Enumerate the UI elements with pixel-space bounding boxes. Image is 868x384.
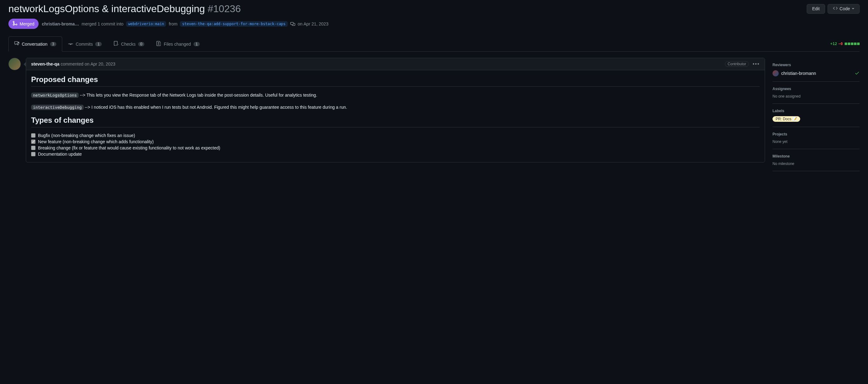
sidebar-heading-labels[interactable]: Labels [773,109,860,113]
comment-date-link[interactable]: on Apr 20, 2023 [85,62,116,67]
inline-code-2: interactiveDebugging [31,105,84,110]
diffstat-deletions: −0 [838,42,843,46]
sidebar-projects-body: None yet [773,139,860,144]
task-item: New feature (non-breaking change which a… [31,139,760,145]
code-button-label: Code [840,6,850,11]
from-text: from [168,22,177,26]
comment-author-link[interactable]: steven-the-qa [31,62,59,67]
git-commit-icon [68,41,73,47]
edit-button-label: Edit [812,6,819,11]
reviewer-name-link[interactable]: christian-bromann [781,71,816,76]
commented-text: commented [61,62,83,67]
tab-conversation-label: Conversation [22,42,48,46]
code-icon [833,6,838,12]
avatar[interactable] [8,58,21,70]
base-branch[interactable]: webdriverio:main [126,21,166,27]
inline-code-1: networkLogsOptions [31,93,79,98]
check-icon [855,71,860,76]
task-checkbox-breaking[interactable] [31,146,35,150]
tab-files-count: 1 [193,42,200,46]
heading-types-of-changes: Types of changes [31,116,760,127]
edit-button[interactable]: Edit [807,4,825,14]
kebab-menu-icon[interactable]: ••• [752,61,760,67]
code-button[interactable]: Code [828,4,860,14]
sidebar-assignees-body: No one assigned [773,94,860,99]
copy-icon[interactable] [290,21,295,27]
git-merge-icon [13,21,18,27]
caret-down-icon [852,8,854,9]
pr-number: #10236 [208,3,241,14]
task-checkbox-docs[interactable] [31,152,35,156]
pr-title: networkLogsOptions & interactiveDebuggin… [8,2,802,15]
state-badge: Merged [8,19,38,29]
checklist-icon [114,41,119,47]
task-item: Bugfix (non-breaking change which fixes … [31,132,760,139]
state-label: Merged [20,22,34,26]
pr-title-text: networkLogsOptions & interactiveDebuggin… [8,3,205,14]
contributor-badge: Contributor [725,61,749,67]
diffstat-additions: +12 [830,42,837,46]
sidebar-milestone-body: No milestone [773,162,860,166]
tab-commits-count: 1 [95,42,102,46]
heading-proposed-changes: Proposed changes [31,75,760,87]
tab-checks-count: 0 [138,42,145,46]
task-label-bugfix: Bugfix (non-breaking change which fixes … [38,133,135,138]
diff-block [854,42,857,45]
file-diff-icon [156,41,161,47]
diffstat: +12 −0 [830,42,860,46]
sidebar-heading-projects[interactable]: Projects [773,132,860,136]
task-checkbox-bugfix[interactable] [31,133,35,138]
merge-author-link[interactable]: christian-broma… [42,22,79,26]
reviewer-avatar[interactable] [773,70,779,76]
tab-conversation-count: 3 [50,42,57,46]
sidebar-heading-milestone[interactable]: Milestone [773,154,860,159]
tab-checks-label: Checks [121,42,136,46]
tab-conversation[interactable]: Conversation 3 [8,36,62,51]
tab-commits[interactable]: Commits 1 [62,36,107,51]
merge-text-1: merged 1 commit into [82,22,124,26]
diff-block [851,42,854,45]
tab-commits-label: Commits [75,42,93,46]
paragraph-2: interactiveDebugging --> I noticed iOS h… [31,104,760,111]
comment-box: steven-the-qa commented on Apr 20, 2023 … [26,58,765,163]
diff-block [857,42,860,45]
diff-block [848,42,850,45]
head-branch[interactable]: steven-the-qa:add-support-for-more-bstac… [180,21,287,27]
task-item: Breaking change (fix or feature that wou… [31,145,760,151]
task-label-docs: Documentation update [38,151,82,156]
paragraph-2-text: --> I noticed iOS has this enabled when … [84,105,347,110]
task-label-breaking: Breaking change (fix or feature that wou… [38,145,220,150]
tab-files-changed[interactable]: Files changed 1 [150,36,206,51]
diff-block [845,42,847,45]
tab-files-label: Files changed [164,42,191,46]
label-pill[interactable]: PR: Docs 📝 [773,116,800,122]
paragraph-1: networkLogsOptions --> This lets you vie… [31,92,760,99]
task-item: Documentation update [31,151,760,157]
sidebar-heading-reviewers[interactable]: Reviewers [773,63,860,67]
sidebar-heading-assignees[interactable]: Assignees [773,87,860,91]
comment-discussion-icon [14,41,19,47]
merge-date: on Apr 21, 2023 [298,22,329,26]
task-label-feature: New feature (non-breaking change which a… [38,139,154,144]
paragraph-1-text: --> This lets you view the Response tab … [79,93,317,98]
task-checkbox-feature[interactable] [31,139,35,144]
tab-checks[interactable]: Checks 0 [107,36,150,51]
